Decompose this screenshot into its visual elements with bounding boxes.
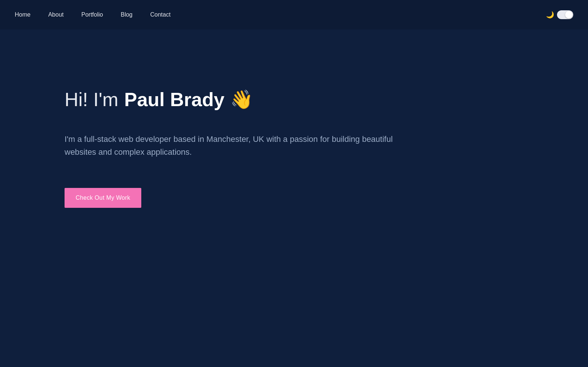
navbar: Home About Portfolio Blog Contact 🌙 — [0, 0, 588, 29]
nav-links: Home About Portfolio Blog Contact — [15, 11, 170, 18]
nav-blog[interactable]: Blog — [121, 11, 132, 18]
nav-portfolio[interactable]: Portfolio — [82, 11, 103, 18]
nav-right: 🌙 — [546, 10, 573, 19]
hero-name: Paul Brady — [124, 88, 225, 111]
hero-section: Hi! I'm Paul Brady 👋 I'm a full-stack we… — [0, 29, 588, 208]
hero-greeting: Hi! I'm — [65, 88, 118, 111]
nav-about[interactable]: About — [48, 11, 64, 18]
hero-title: Hi! I'm Paul Brady 👋 — [65, 88, 588, 111]
toggle-knob — [565, 11, 573, 18]
nav-contact[interactable]: Contact — [150, 11, 170, 18]
moon-icon: 🌙 — [546, 11, 554, 19]
hero-description: I'm a full-stack web developer based in … — [65, 133, 419, 158]
nav-home[interactable]: Home — [15, 11, 31, 18]
dark-mode-toggle[interactable] — [557, 10, 573, 19]
wave-emoji: 👋 — [230, 89, 253, 110]
cta-button[interactable]: Check Out My Work — [65, 188, 141, 208]
